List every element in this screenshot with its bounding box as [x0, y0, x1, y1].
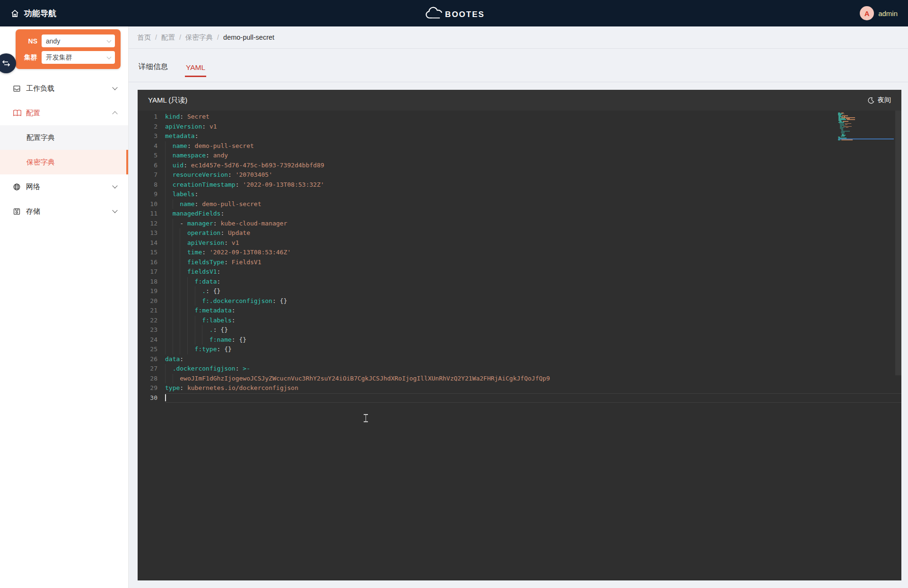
line-number: 18	[138, 277, 157, 287]
tab-details[interactable]: 详细信息	[138, 62, 169, 82]
storage-icon	[13, 207, 22, 216]
line-number: 25	[138, 345, 157, 355]
config-book-icon	[13, 109, 22, 118]
user-menu[interactable]: A admin	[860, 6, 898, 20]
breadcrumb-config[interactable]: 配置	[161, 33, 175, 42]
editor-scrollbar[interactable]	[895, 111, 901, 375]
swap-arrows-icon	[2, 60, 10, 67]
night-mode-toggle[interactable]: 夜间	[867, 96, 891, 104]
line-number: 29	[138, 383, 157, 393]
ns-row: NS andy	[21, 35, 115, 47]
sidebar-item-label: 网络	[26, 182, 113, 191]
home-icon	[10, 9, 19, 18]
line-number: 9	[138, 190, 157, 199]
code-line-25[interactable]: 25f:type: {}	[138, 345, 901, 355]
cluster-select[interactable]: 开发集群	[42, 51, 115, 64]
sidebar-item-network[interactable]: 网络	[0, 174, 128, 199]
code-line-13[interactable]: 13operation: Update	[138, 228, 901, 238]
ns-label: NS	[21, 37, 37, 45]
sidebar-item-storage[interactable]: 存储	[0, 199, 128, 224]
function-nav-label: 功能导航	[24, 8, 56, 19]
line-number: 20	[138, 296, 157, 306]
breadcrumb-secret[interactable]: 保密字典	[185, 33, 213, 42]
breadcrumb-home[interactable]: 首页	[137, 33, 151, 42]
line-number: 1	[138, 112, 157, 122]
code-line-7[interactable]: 7resourceVersion: '20703405'	[138, 170, 901, 180]
sidebar-menu: 工作负载 配置 配置字典 保密字典	[0, 76, 128, 224]
sidebar-item-configmap[interactable]: 配置字典	[0, 125, 128, 150]
ns-select[interactable]: andy	[42, 35, 115, 47]
main-content: 首页 / 配置 / 保密字典 / demo-pull-secret 详细信息 Y…	[129, 26, 908, 588]
code-line-19[interactable]: 19.: {}	[138, 286, 901, 296]
code-line-11[interactable]: 11managedFields:	[138, 209, 901, 219]
line-number: 22	[138, 316, 157, 326]
breadcrumb-separator: /	[179, 34, 181, 41]
line-number: 6	[138, 161, 157, 171]
code-line-29[interactable]: 29type: kubernetes.io/dockerconfigjson	[138, 383, 901, 393]
sidebar-subitem-label: 保密字典	[26, 158, 55, 167]
editor-header: YAML (只读) 夜间	[138, 90, 901, 111]
code-area[interactable]: 1kind: Secret2apiVersion: v13metadata:4n…	[138, 111, 901, 580]
avatar[interactable]: A	[860, 6, 874, 20]
line-number: 14	[138, 238, 157, 248]
line-number: 13	[138, 228, 157, 238]
function-nav[interactable]: 功能导航	[10, 8, 56, 19]
code-line-24[interactable]: 24f:name: {}	[138, 335, 901, 345]
line-number: 23	[138, 325, 157, 335]
brand-logo: BOOTES	[423, 0, 485, 26]
line-number: 28	[138, 374, 157, 384]
code-line-12[interactable]: 12- manager: kube-cloud-manager	[138, 219, 901, 229]
sidebar: NS andy 集群 开发集群	[0, 26, 129, 588]
code-line-26[interactable]: 26data:	[138, 355, 901, 364]
editor-caret	[165, 394, 166, 401]
night-mode-label: 夜间	[878, 96, 891, 104]
code-line-28[interactable]: 28ewoJImF1dGhzIjogewoJCSJyZWcucnVuc3RhY2…	[138, 374, 901, 384]
sidebar-item-config[interactable]: 配置	[0, 101, 128, 125]
code-line-10[interactable]: 10name: demo-pull-secret	[138, 199, 901, 209]
code-line-17[interactable]: 17fieldsV1:	[138, 267, 901, 277]
code-line-15[interactable]: 15time: '2022-09-13T08:53:46Z'	[138, 248, 901, 258]
breadcrumb-separator: /	[155, 34, 157, 41]
line-number: 26	[138, 355, 157, 364]
code-line-6[interactable]: 6uid: ec1d457e-5d76-475c-b693-7392d4bbfd…	[138, 161, 901, 171]
sidebar-item-secret[interactable]: 保密字典	[0, 150, 128, 174]
top-header: 功能导航 BOOTES A admin	[0, 0, 908, 26]
code-line-5[interactable]: 5namespace: andy	[138, 151, 901, 161]
code-line-8[interactable]: 8creationTimestamp: '2022-09-13T08:53:32…	[138, 180, 901, 190]
line-number: 16	[138, 258, 157, 268]
active-tab-underline	[185, 76, 206, 77]
chevron-down-icon	[107, 38, 112, 43]
code-line-22[interactable]: 22f:labels:	[138, 316, 901, 326]
line-number: 3	[138, 131, 157, 141]
sidebar-collapse-button[interactable]	[0, 53, 16, 73]
sidebar-item-label: 配置	[26, 109, 113, 118]
code-line-4[interactable]: 4name: demo-pull-secret	[138, 141, 901, 151]
chevron-down-icon	[107, 54, 112, 59]
code-line-1[interactable]: 1kind: Secret	[138, 112, 901, 122]
namespace-cluster-panel: NS andy 集群 开发集群	[16, 29, 121, 69]
code-line-20[interactable]: 20f:.dockerconfigjson: {}	[138, 296, 901, 306]
code-line-30[interactable]: 30	[138, 393, 901, 403]
sidebar-item-workload[interactable]: 工作负载	[0, 76, 128, 101]
username: admin	[878, 9, 898, 17]
editor-title: YAML (只读)	[148, 96, 187, 105]
code-line-18[interactable]: 18f:data:	[138, 277, 901, 287]
code-line-9[interactable]: 9labels:	[138, 190, 901, 199]
text-cursor-pointer	[363, 414, 368, 423]
code-line-23[interactable]: 23.: {}	[138, 325, 901, 335]
tab-yaml[interactable]: YAML	[185, 63, 206, 82]
avatar-letter: A	[864, 9, 870, 17]
line-number: 12	[138, 219, 157, 229]
code-line-14[interactable]: 14apiVersion: v1	[138, 238, 901, 248]
code-line-16[interactable]: 16fieldsType: FieldsV1	[138, 258, 901, 268]
code-line-3[interactable]: 3metadata:	[138, 131, 901, 141]
code-line-27[interactable]: 27.dockerconfigjson: >-	[138, 364, 901, 374]
minimap[interactable]	[838, 112, 894, 141]
line-number: 5	[138, 151, 157, 161]
sidebar-item-label: 工作负载	[26, 84, 113, 93]
moon-icon	[867, 97, 874, 104]
code-line-21[interactable]: 21f:metadata:	[138, 306, 901, 316]
line-number: 17	[138, 267, 157, 277]
code-line-2[interactable]: 2apiVersion: v1	[138, 122, 901, 132]
logo-text: BOOTES	[445, 10, 485, 19]
